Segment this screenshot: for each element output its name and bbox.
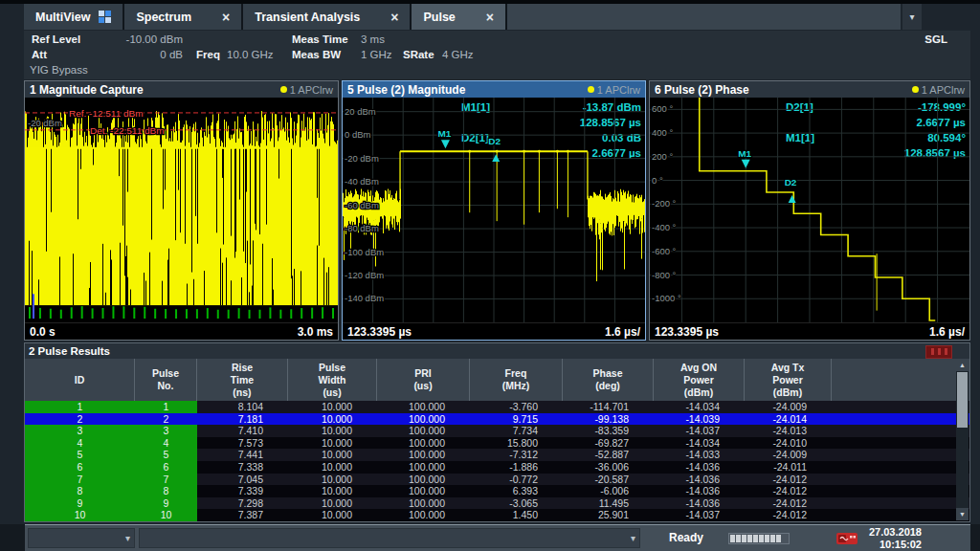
window-pulse-magnitude: 5 Pulse (2) Magnitude 1 APClrw M1[1]-13.… (342, 80, 646, 341)
trace-info: 1 APClrw (588, 84, 640, 96)
progress-bar (728, 533, 790, 544)
tab-pulse[interactable]: Pulse× (412, 4, 507, 30)
att-label: Att (32, 49, 47, 60)
pulse-magnitude-plot[interactable]: M1[1]-13.87 dBm128.8567 µsD2[1]0.03 dB2.… (343, 98, 645, 322)
capture-trace (25, 111, 338, 305)
cell: 10 (25, 509, 135, 521)
window-header-pulse-phase[interactable]: 6 Pulse (2) Phase 1 APClrw (650, 81, 969, 98)
column-header-id: ID (25, 359, 135, 401)
att-value[interactable]: 0 dB (108, 49, 183, 60)
column-header-filler (832, 359, 969, 401)
table-row[interactable]: 118.10410.000100.000-3.760-114.701-14.03… (25, 401, 969, 413)
tab-label: Transient Analysis (255, 11, 360, 24)
cell: -14.033 (654, 449, 745, 461)
scroll-up-icon[interactable]: ▲ (956, 359, 969, 371)
cell: -14.036 (654, 497, 745, 510)
settings-toolbar: Ref Level -10.00 dBm Meas Time 3 ms SGL … (24, 31, 970, 79)
ready-status: Ready (669, 531, 703, 544)
cell: -24.014 (745, 413, 832, 426)
instrument-screen: MultiViewSpectrum×Transient Analysis×Pul… (0, 0, 980, 551)
table-row[interactable]: 10107.38710.000100.0001.45025.901-14.037… (25, 509, 969, 521)
tab-spectrum[interactable]: Spectrum× (124, 4, 243, 30)
window-header-magnitude-capture[interactable]: 1 Magnitude Capture 1 APClrw (25, 81, 338, 98)
tab-label: MultiView (35, 11, 90, 24)
pulse-phase-plot[interactable]: D2[1]-178.999°2.6677 µsM1[1]80.594°128.8… (650, 98, 969, 322)
scrollbar-thumb[interactable] (957, 372, 968, 428)
window-pulse-phase: 6 Pulse (2) Phase 1 APClrw D2[1]-178.999… (649, 80, 970, 341)
window-header-pulse-magnitude[interactable]: 5 Pulse (2) Magnitude 1 APClrw (343, 81, 645, 98)
cell: 25.901 (563, 509, 654, 521)
grid (650, 98, 969, 322)
cell-filler (832, 509, 969, 521)
cell: 10.000 (288, 437, 377, 450)
cell: -14.039 (654, 413, 745, 426)
status-message-dropdown[interactable]: ▾ (139, 528, 640, 548)
cell: 100.000 (377, 485, 470, 497)
meas-bw-value[interactable]: 1 GHz (361, 49, 392, 60)
tab-transient-analysis[interactable]: Transient Analysis× (243, 4, 412, 30)
column-header-pulse: Pulse No. (135, 359, 197, 401)
tab-close-icon[interactable]: × (390, 10, 398, 25)
svg-text:200 °: 200 ° (652, 151, 673, 162)
tab-bar: MultiViewSpectrum×Transient Analysis×Pul… (24, 4, 901, 30)
cell: 8 (25, 485, 135, 497)
x-axis-scale: 1.6 µs/ (929, 325, 965, 339)
pulse-results-title-bar[interactable]: 2 Pulse Results (25, 343, 969, 359)
tab-multiview[interactable]: MultiView (24, 4, 124, 30)
cell: 7.441 (197, 449, 288, 461)
table-row[interactable]: 887.33910.000100.0006.393-6.006-14.036-2… (25, 485, 969, 497)
trace-dot-icon (280, 86, 287, 93)
freq-value[interactable]: 10.0 GHz (227, 49, 274, 60)
cell: 9 (135, 497, 197, 510)
svg-text:-40 dBm: -40 dBm (345, 176, 379, 187)
cell: -24.009 (745, 401, 832, 413)
table-row[interactable]: 997.29810.000100.000-3.06511.495-14.036-… (25, 497, 969, 510)
svg-text:-60 dBm: -60 dBm (345, 200, 379, 210)
cell: 7 (25, 474, 135, 486)
table-row[interactable]: 227.18110.000100.0009.715-99.138-14.039-… (25, 413, 969, 426)
svg-text:0 dBm: 0 dBm (345, 129, 371, 140)
table-row[interactable]: 337.41010.000100.0007.734-83.359-14.037-… (25, 425, 969, 437)
x-axis-start: 123.3395 µs (655, 325, 719, 339)
svg-text:-400 °: -400 ° (652, 222, 677, 232)
svg-text:-80 dBm: -80 dBm (345, 223, 379, 233)
table-row[interactable]: 557.44110.000100.000-7.312-52.887-14.033… (25, 449, 969, 461)
cell: 100.000 (377, 413, 470, 426)
table-row[interactable]: 447.57310.000100.00015.800-69.827-14.034… (25, 437, 969, 450)
cell: -24.012 (745, 497, 832, 510)
cell: 6 (135, 461, 197, 474)
cell: 5 (135, 449, 197, 461)
tab-overflow-button[interactable]: ▾ (902, 4, 922, 30)
cell: -14.034 (654, 437, 745, 450)
window-title: 6 Pulse (2) Phase (655, 83, 749, 97)
tab-close-icon[interactable]: × (222, 10, 230, 25)
pulse-phase-x-axis: 123.3395 µs 1.6 µs/ (650, 322, 969, 340)
cell-filler (832, 437, 969, 450)
table-scrollbar[interactable]: ▲ ▼ (956, 359, 969, 520)
cell: -1.886 (470, 461, 563, 474)
table-row[interactable]: 777.04510.000100.000-0.772-20.587-14.036… (25, 474, 969, 486)
srate-value[interactable]: 4 GHz (442, 49, 474, 60)
tab-close-icon[interactable]: × (486, 10, 494, 25)
chevron-down-icon: ▾ (125, 532, 130, 544)
multiview-grid-icon (99, 11, 111, 23)
cell: 2 (25, 413, 135, 426)
table-row[interactable]: 667.33810.000100.000-1.886-36.006-14.036… (25, 461, 969, 474)
table-status-icon (925, 345, 952, 359)
ref-level-value[interactable]: -10.00 dBm (108, 33, 183, 45)
meas-bw-label: Meas BW (292, 49, 341, 60)
cell: 100.000 (377, 509, 470, 521)
status-dropdown-left[interactable]: ▾ (28, 528, 135, 548)
cell: 10.000 (288, 425, 377, 437)
marker-m1-icon (742, 160, 750, 168)
datetime-display: 27.03.2018 10:15:02 (869, 526, 922, 551)
magnitude-capture-plot[interactable]: Ref. -12.511 dBmDet. -22.511 dBm-20 dBm (25, 98, 338, 322)
scroll-down-icon[interactable]: ▼ (956, 508, 969, 520)
svg-text:400 °: 400 ° (652, 127, 673, 138)
cell: 7.181 (197, 413, 288, 426)
column-header-rise: Rise Time (ns) (197, 359, 288, 401)
chevron-down-icon: ▾ (631, 532, 635, 544)
meas-time-value[interactable]: 3 ms (361, 33, 385, 45)
y-axis-labels: 600 °400 °200 °0 °-200 °-400 °-600 °-800… (652, 103, 681, 303)
magnitude-capture-canvas: Ref. -12.511 dBmDet. -22.511 dBm-20 dBm (25, 98, 338, 322)
